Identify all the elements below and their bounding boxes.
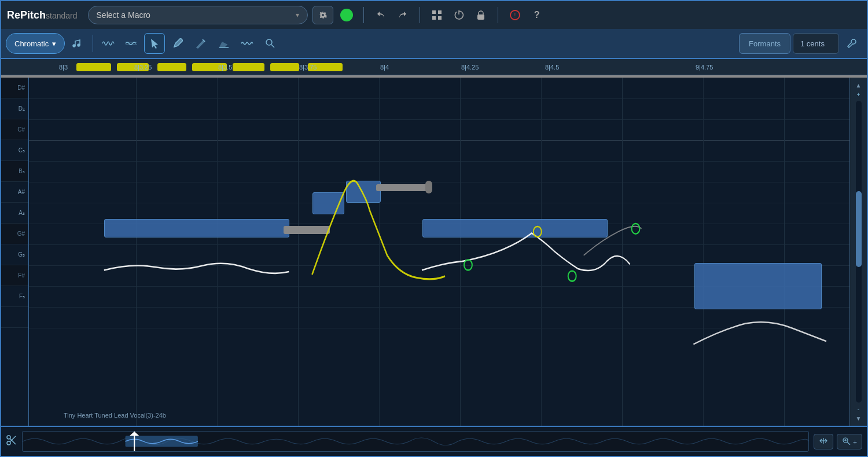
key-asharp: A# [1, 182, 28, 203]
time-label-7: 8|4.5 [545, 64, 559, 71]
vibrato-tool-button[interactable] [237, 33, 258, 54]
formants-button[interactable]: Formants [739, 33, 790, 54]
power-button[interactable] [450, 6, 468, 24]
svg-point-18 [568, 271, 576, 281]
note-block-1[interactable] [104, 219, 289, 237]
grid-h-8 [29, 244, 849, 245]
wrench-button[interactable] [841, 33, 862, 54]
grid-canvas[interactable]: Tiny Heart Tuned Lead Vocal(3)-24b [29, 78, 849, 426]
grid-v-1 [136, 78, 137, 426]
config-button[interactable]: ! [506, 6, 524, 24]
help-button[interactable]: ? [528, 6, 546, 24]
cents-value: 1 cents [800, 39, 825, 48]
piano-keys: D# D₄ C# C₃ B₃ A# A₃ G# G₃ F# F₃ [1, 78, 29, 426]
transition-1[interactable] [284, 226, 330, 234]
key-f3: F₃ [1, 286, 28, 307]
key-b3: B₃ [1, 161, 28, 182]
grid-v-3 [298, 78, 299, 426]
undo-button[interactable] [372, 6, 389, 24]
erase-tool-button[interactable] [214, 33, 234, 54]
note-block-4[interactable] [422, 219, 608, 237]
toolbar-sep-1 [93, 35, 93, 52]
top-bar: RePitchstandard Select a Macro ▾ [1, 1, 867, 29]
piano-roll-area: D# D₄ C# C₃ B₃ A# A₃ G# G₃ F# F₃ [1, 78, 867, 426]
waveform-tool-button[interactable] [98, 33, 119, 54]
snap-button[interactable] [814, 434, 833, 449]
grid-v-4 [379, 78, 380, 426]
right-scrollbar: ▲ + - ▼ [849, 78, 867, 426]
zoom-button[interactable]: + [837, 434, 862, 449]
key-dsharp: D# [1, 78, 28, 98]
track-filename: Tiny Heart Tuned Lead Vocal(3)-24b [64, 412, 166, 419]
key-csharp: C# [1, 119, 28, 140]
search-button[interactable] [260, 33, 281, 54]
grid-v-8 [703, 78, 704, 426]
scroll-up-button[interactable]: ▲ [854, 80, 864, 90]
time-label-8: 9|4.75 [696, 64, 713, 71]
grid-h-2 [29, 119, 849, 120]
squiggle-tool-button[interactable] [121, 33, 142, 54]
redo-button[interactable] [394, 6, 411, 24]
select-tool-button[interactable] [144, 33, 165, 54]
vertical-scrollbar-thumb[interactable] [856, 191, 862, 266]
cents-display: 1 cents [793, 33, 839, 54]
note-block-2[interactable] [312, 192, 344, 214]
grid-h-3 [29, 140, 849, 141]
transition-knob [425, 181, 432, 193]
svg-line-30 [847, 442, 850, 445]
divider-3 [498, 7, 498, 23]
time-label-2: 8|3.25 [134, 64, 152, 71]
clip-marker-6 [270, 63, 299, 71]
scroll-down-button[interactable]: ▼ [854, 413, 864, 423]
svg-rect-0 [432, 10, 436, 14]
svg-rect-2 [432, 16, 436, 20]
grid-v-7 [622, 78, 623, 426]
key-extra [1, 307, 28, 328]
chromatic-label: Chromatic [14, 39, 49, 48]
chromatic-button[interactable]: Chromatic ▾ [6, 33, 65, 54]
time-label-6: 8|4.25 [461, 64, 479, 71]
time-label-4: 8|3.75 [299, 64, 317, 71]
toolbar: Chromatic ▾ [1, 29, 867, 59]
status-indicator [340, 9, 353, 21]
note-block-5[interactable] [694, 263, 822, 309]
zoom-in-small-button[interactable]: - [855, 405, 863, 413]
grid-v-5 [460, 78, 461, 426]
key-fsharp: F# [1, 265, 28, 286]
macro-settings-button[interactable] [312, 6, 333, 24]
pitch-curves-svg [29, 78, 849, 426]
calligraphy-tool-button[interactable] [190, 33, 211, 54]
time-ruler: 8|3 8|3.25 8|3.5 8|3.75 8|4 8|4.25 8|4.5… [1, 59, 867, 75]
macro-select[interactable]: Select a Macro ▾ [88, 6, 308, 24]
pen-tool-button[interactable] [167, 33, 188, 54]
grid-h-4 [29, 161, 849, 162]
grid-h-1 [29, 98, 849, 99]
svg-rect-1 [438, 10, 442, 14]
scissors-icon[interactable] [6, 434, 17, 449]
key-a3: A₃ [1, 203, 28, 224]
time-label-1: 8|3 [59, 64, 68, 71]
formants-label: Formants [749, 39, 781, 48]
key-c3: C₃ [1, 140, 28, 161]
main-area: 8|3 8|3.25 8|3.5 8|3.75 8|4 8|4.25 8|4.5… [1, 59, 867, 426]
note-detection-button[interactable] [67, 33, 88, 54]
svg-rect-3 [438, 16, 442, 20]
grid-h-6 [29, 203, 849, 203]
svg-line-15 [271, 45, 274, 47]
transition-2[interactable] [376, 184, 428, 191]
grid-button[interactable] [428, 6, 446, 24]
svg-rect-4 [477, 14, 484, 20]
app-logo: RePitchstandard [7, 9, 78, 21]
grid-v-6 [541, 78, 542, 426]
clip-marker-1 [76, 63, 111, 71]
grid-h-5 [29, 182, 849, 182]
divider [363, 7, 364, 23]
note-block-3[interactable] [346, 181, 381, 203]
zoom-out-button[interactable]: + [855, 90, 863, 98]
key-d4: D₄ [1, 98, 28, 119]
lock-button[interactable] [472, 6, 490, 24]
pitch-editor: 8|3 8|3.25 8|3.5 8|3.75 8|4 8|4.25 8|4.5… [1, 59, 867, 426]
grid-v-2 [217, 78, 218, 426]
vertical-scrollbar-track [856, 101, 862, 403]
key-g3: G₃ [1, 244, 28, 265]
